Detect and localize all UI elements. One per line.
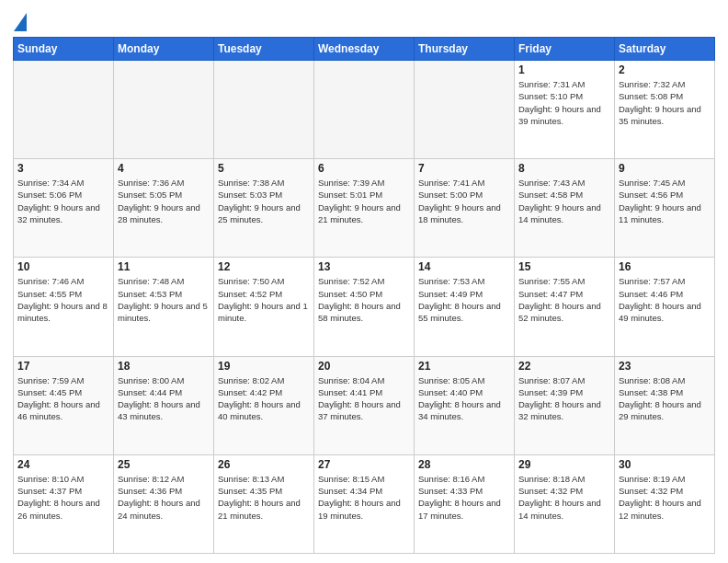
day-cell: 28Sunrise: 8:16 AM Sunset: 4:33 PM Dayli… [415,454,515,553]
day-info: Sunrise: 8:08 AM Sunset: 4:38 PM Dayligh… [619,374,711,423]
day-cell: 3Sunrise: 7:34 AM Sunset: 5:06 PM Daylig… [14,159,114,258]
day-number: 3 [17,162,109,175]
calendar: SundayMondayTuesdayWednesdayThursdayFrid… [13,37,715,554]
day-cell [214,61,314,159]
day-info: Sunrise: 7:41 AM Sunset: 5:00 PM Dayligh… [418,177,510,225]
day-info: Sunrise: 7:53 AM Sunset: 4:49 PM Dayligh… [418,275,510,324]
day-cell: 9Sunrise: 7:45 AM Sunset: 4:56 PM Daylig… [615,159,715,258]
day-cell: 1Sunrise: 7:31 AM Sunset: 5:10 PM Daylig… [515,61,615,159]
day-cell: 24Sunrise: 8:10 AM Sunset: 4:37 PM Dayli… [14,454,114,553]
day-cell: 11Sunrise: 7:48 AM Sunset: 4:53 PM Dayli… [114,258,214,356]
day-cell: 7Sunrise: 7:41 AM Sunset: 5:00 PM Daylig… [415,159,515,258]
day-number: 21 [418,360,510,373]
day-cell: 13Sunrise: 7:52 AM Sunset: 4:50 PM Dayli… [314,258,415,356]
day-number: 1 [518,63,610,76]
weekday-header-thursday: Thursday [415,38,515,61]
day-info: Sunrise: 8:04 AM Sunset: 4:41 PM Dayligh… [318,374,410,423]
page: SundayMondayTuesdayWednesdayThursdayFrid… [0,0,728,563]
day-cell: 26Sunrise: 8:13 AM Sunset: 4:35 PM Dayli… [214,454,314,553]
day-info: Sunrise: 8:12 AM Sunset: 4:36 PM Dayligh… [118,473,210,522]
day-info: Sunrise: 8:18 AM Sunset: 4:32 PM Dayligh… [518,473,610,522]
day-number: 10 [17,260,109,273]
week-row-3: 10Sunrise: 7:46 AM Sunset: 4:55 PM Dayli… [14,258,715,356]
day-cell: 10Sunrise: 7:46 AM Sunset: 4:55 PM Dayli… [14,258,114,356]
day-cell: 12Sunrise: 7:50 AM Sunset: 4:52 PM Dayli… [214,258,314,356]
day-number: 23 [619,360,711,373]
day-cell: 25Sunrise: 8:12 AM Sunset: 4:36 PM Dayli… [114,454,214,553]
day-number: 11 [118,260,210,273]
day-cell: 27Sunrise: 8:15 AM Sunset: 4:34 PM Dayli… [314,454,415,553]
weekday-header-wednesday: Wednesday [314,38,415,61]
day-cell: 5Sunrise: 7:38 AM Sunset: 5:03 PM Daylig… [214,159,314,258]
day-number: 28 [418,458,510,471]
day-number: 24 [17,458,109,471]
weekday-header-monday: Monday [114,38,214,61]
weekday-header-friday: Friday [515,38,615,61]
day-number: 2 [619,63,711,76]
day-info: Sunrise: 7:34 AM Sunset: 5:06 PM Dayligh… [17,177,109,225]
day-cell: 14Sunrise: 7:53 AM Sunset: 4:49 PM Dayli… [415,258,515,356]
day-info: Sunrise: 7:32 AM Sunset: 5:08 PM Dayligh… [619,78,711,127]
day-info: Sunrise: 8:13 AM Sunset: 4:35 PM Dayligh… [218,473,310,522]
day-info: Sunrise: 7:57 AM Sunset: 4:46 PM Dayligh… [619,275,711,324]
svg-marker-0 [14,13,27,31]
weekday-header-saturday: Saturday [615,38,715,61]
day-info: Sunrise: 7:36 AM Sunset: 5:05 PM Dayligh… [118,177,210,225]
day-info: Sunrise: 7:59 AM Sunset: 4:45 PM Dayligh… [17,374,109,423]
weekday-header-sunday: Sunday [14,38,114,61]
day-cell: 8Sunrise: 7:43 AM Sunset: 4:58 PM Daylig… [515,159,615,258]
day-cell: 18Sunrise: 8:00 AM Sunset: 4:44 PM Dayli… [114,356,214,454]
day-info: Sunrise: 7:50 AM Sunset: 4:52 PM Dayligh… [218,275,310,324]
weekday-header-tuesday: Tuesday [214,38,314,61]
day-cell: 22Sunrise: 8:07 AM Sunset: 4:39 PM Dayli… [515,356,615,454]
week-row-4: 17Sunrise: 7:59 AM Sunset: 4:45 PM Dayli… [14,356,715,454]
day-info: Sunrise: 7:45 AM Sunset: 4:56 PM Dayligh… [619,177,711,225]
day-number: 26 [218,458,310,471]
day-cell: 6Sunrise: 7:39 AM Sunset: 5:01 PM Daylig… [314,159,415,258]
day-info: Sunrise: 8:02 AM Sunset: 4:42 PM Dayligh… [218,374,310,423]
day-info: Sunrise: 8:05 AM Sunset: 4:40 PM Dayligh… [418,374,510,423]
day-cell: 2Sunrise: 7:32 AM Sunset: 5:08 PM Daylig… [615,61,715,159]
day-number: 8 [518,162,610,175]
header [13,9,715,31]
day-number: 7 [418,162,510,175]
day-cell: 30Sunrise: 8:19 AM Sunset: 4:32 PM Dayli… [615,454,715,553]
day-number: 6 [318,162,410,175]
day-number: 17 [17,360,109,373]
day-number: 5 [218,162,310,175]
day-number: 29 [518,458,610,471]
day-cell: 21Sunrise: 8:05 AM Sunset: 4:40 PM Dayli… [415,356,515,454]
day-number: 16 [619,260,711,273]
day-info: Sunrise: 8:00 AM Sunset: 4:44 PM Dayligh… [118,374,210,423]
week-row-2: 3Sunrise: 7:34 AM Sunset: 5:06 PM Daylig… [14,159,715,258]
day-cell: 16Sunrise: 7:57 AM Sunset: 4:46 PM Dayli… [615,258,715,356]
day-cell: 19Sunrise: 8:02 AM Sunset: 4:42 PM Dayli… [214,356,314,454]
day-number: 13 [318,260,410,273]
day-number: 4 [118,162,210,175]
day-number: 20 [318,360,410,373]
day-number: 27 [318,458,410,471]
day-info: Sunrise: 7:55 AM Sunset: 4:47 PM Dayligh… [518,275,610,324]
day-info: Sunrise: 7:48 AM Sunset: 4:53 PM Dayligh… [118,275,210,324]
day-info: Sunrise: 7:31 AM Sunset: 5:10 PM Dayligh… [518,78,610,127]
day-cell [415,61,515,159]
day-info: Sunrise: 8:16 AM Sunset: 4:33 PM Dayligh… [418,473,510,522]
day-number: 9 [619,162,711,175]
day-number: 14 [418,260,510,273]
day-info: Sunrise: 7:38 AM Sunset: 5:03 PM Dayligh… [218,177,310,225]
day-cell: 29Sunrise: 8:18 AM Sunset: 4:32 PM Dayli… [515,454,615,553]
week-row-1: 1Sunrise: 7:31 AM Sunset: 5:10 PM Daylig… [14,61,715,159]
day-cell: 4Sunrise: 7:36 AM Sunset: 5:05 PM Daylig… [114,159,214,258]
day-cell: 15Sunrise: 7:55 AM Sunset: 4:47 PM Dayli… [515,258,615,356]
day-info: Sunrise: 7:52 AM Sunset: 4:50 PM Dayligh… [318,275,410,324]
day-number: 15 [518,260,610,273]
day-info: Sunrise: 8:15 AM Sunset: 4:34 PM Dayligh… [318,473,410,522]
day-info: Sunrise: 7:39 AM Sunset: 5:01 PM Dayligh… [318,177,410,225]
day-info: Sunrise: 7:46 AM Sunset: 4:55 PM Dayligh… [17,275,109,324]
logo [13,13,27,31]
day-number: 22 [518,360,610,373]
day-cell [314,61,415,159]
day-number: 12 [218,260,310,273]
day-number: 18 [118,360,210,373]
day-cell: 20Sunrise: 8:04 AM Sunset: 4:41 PM Dayli… [314,356,415,454]
